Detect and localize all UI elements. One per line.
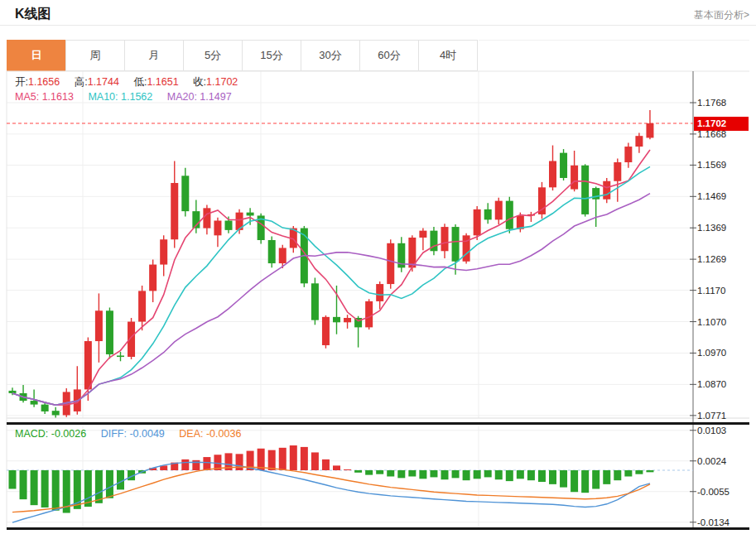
dea-label: DEA: <box>179 428 203 440</box>
kline-page: { "header": { "title": "K线图", "link": "基… <box>0 0 756 534</box>
open-value: 1.1656 <box>28 76 60 88</box>
current-price-tag: 1.1702 <box>694 117 749 131</box>
ma20-value: 1.1497 <box>200 91 231 103</box>
low-value: 1.1651 <box>147 76 178 88</box>
axis-tick-label: 0.0024 <box>697 455 749 467</box>
axis-tick-label: 1.1070 <box>697 316 749 328</box>
ma-legend: MA5: 1.1613 MA10: 1.1562 MA20: 1.1497 <box>15 91 243 103</box>
ma10-label: MA10: <box>88 91 118 103</box>
axis-tick-label: -0.0055 <box>697 486 749 498</box>
axis-tick-label: -0.0134 <box>697 517 749 528</box>
axis-tick-label: 1.0870 <box>697 378 749 390</box>
close-label: 收: <box>193 76 206 88</box>
axis-tick-label: 1.1569 <box>697 159 749 171</box>
diff-value: -0.0049 <box>129 428 164 440</box>
diff-label: DIFF: <box>101 428 127 440</box>
open-label: 开: <box>15 76 28 88</box>
ma5-label: MA5: <box>15 91 39 103</box>
ma20-label: MA20: <box>167 91 197 103</box>
ma20-line <box>12 194 650 406</box>
ohlc-legend: 开:1.1656 高:1.1744 低:1.1651 收:1.1702 <box>15 75 249 89</box>
axis-tick-label: 1.1469 <box>697 190 749 202</box>
ma5-line <box>12 150 650 405</box>
macd-label: MACD: <box>15 428 48 440</box>
axis-tick-label: 1.0771 <box>697 410 749 421</box>
high-label: 高: <box>75 76 88 88</box>
panel-divider-handle[interactable] <box>7 422 749 425</box>
candles <box>9 110 654 417</box>
axis-tick-label: 0.0103 <box>697 425 749 436</box>
axis-tick-label: 1.0970 <box>697 347 749 358</box>
chart-scrollbar[interactable] <box>7 527 749 530</box>
high-value: 1.1744 <box>88 76 119 88</box>
ma5-value: 1.1613 <box>42 91 74 103</box>
close-value: 1.1702 <box>206 76 238 88</box>
ma10-value: 1.1562 <box>121 91 152 103</box>
low-label: 低: <box>133 76 147 88</box>
macd-legend: MACD: -0.0026 DIFF: -0.0049 DEA: -0.0036 <box>15 428 253 440</box>
macd-histogram <box>9 445 654 513</box>
axis-tick-label: 1.1269 <box>697 253 749 265</box>
macd-value: -0.0026 <box>51 428 86 440</box>
dea-value: -0.0036 <box>206 428 241 440</box>
axis-tick-label: 1.1768 <box>697 97 749 108</box>
axis-tick-label: 1.1170 <box>697 285 749 296</box>
axis-tick-label: 1.1369 <box>697 222 749 233</box>
